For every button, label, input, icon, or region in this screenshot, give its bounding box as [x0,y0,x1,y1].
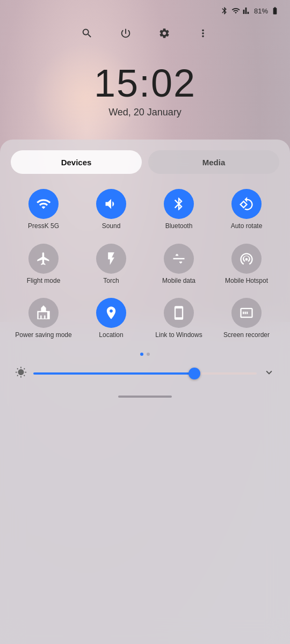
toggle-mobilehotspot[interactable]: Mobile Hotspot [214,239,279,290]
quick-toggle-grid: PressK 5G Sound Bluetooth [11,185,279,344]
toggle-torch[interactable]: Torch [78,239,144,290]
more-button[interactable] [193,24,213,43]
battery-icon [271,6,279,15]
toggle-flightmode[interactable]: Flight mode [11,239,76,290]
screenrecorder-label: Screen recorder [223,331,270,340]
page-dot-2 [147,353,150,356]
pressk5g-icon [28,189,59,219]
toggle-mobiledata[interactable]: Mobile data [146,239,212,290]
status-bar: 81% [0,0,290,19]
home-indicator [11,391,279,400]
toggle-pressk5g[interactable]: PressK 5G [11,185,76,235]
toggle-bluetooth[interactable]: Bluetooth [146,185,212,235]
mobiledata-icon [164,244,194,274]
wifi-status-icon [231,6,240,15]
toggle-linkwindows[interactable]: Link to Windows [146,294,212,344]
clock-time: 15:02 [94,62,196,105]
tabs-row: Devices Media [11,150,279,174]
hotspot-icon [231,244,262,274]
bluetooth-label: Bluetooth [165,222,193,231]
toggle-powersaving[interactable]: Power saving mode [11,294,76,344]
brightness-row [11,358,279,391]
signal-status-icon [243,6,251,15]
clock-section: 15:02 Wed, 20 January [0,52,290,140]
top-actions [0,19,290,52]
toggle-screenrecorder[interactable]: Screen recorder [214,294,279,344]
quick-settings-panel: Devices Media PressK 5G Sound [0,140,290,644]
settings-button[interactable] [155,24,174,43]
linkwindows-label: Link to Windows [155,331,202,340]
battery-text: 81% [254,7,268,15]
brightness-thumb[interactable] [189,368,200,379]
powersaving-label: Power saving mode [15,331,71,340]
page-dots [11,348,279,358]
linkwindows-icon [164,298,194,328]
brightness-slider[interactable] [33,372,257,375]
mobiledata-label: Mobile data [162,277,195,286]
sound-label: Sound [102,222,121,231]
toggle-autorotate[interactable]: Auto rotate [214,185,279,235]
sound-icon [96,189,126,219]
flightmode-label: Flight mode [27,277,61,286]
power-button[interactable] [116,24,135,43]
tab-devices[interactable]: Devices [11,150,142,174]
flight-icon [28,244,59,274]
torch-icon [96,244,126,274]
torch-label: Torch [103,277,119,286]
page-dot-1 [140,353,143,356]
brightness-min-icon [15,367,27,380]
bluetooth-toggle-icon [164,189,194,219]
location-label: Location [99,331,123,340]
brightness-expand-icon[interactable] [263,367,275,380]
toggle-location[interactable]: Location [78,294,144,344]
tab-media[interactable]: Media [148,150,279,174]
powersaving-icon [28,298,59,328]
clock-date: Wed, 20 January [108,107,182,118]
autorotate-label: Auto rotate [231,222,263,231]
location-icon [96,298,126,328]
status-icons: 81% [220,6,279,15]
screenrecorder-icon [231,298,262,328]
pressk5g-label: PressK 5G [28,222,59,231]
toggle-sound[interactable]: Sound [78,185,144,235]
search-button[interactable] [77,24,97,43]
autorotate-icon [231,189,262,219]
home-bar [118,396,172,398]
mobilehotspot-label: Mobile Hotspot [225,277,268,286]
bluetooth-status-icon [220,6,229,15]
